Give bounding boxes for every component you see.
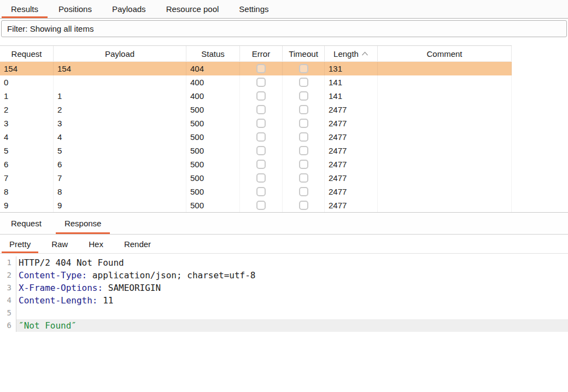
error-checkbox[interactable]: [256, 64, 266, 73]
status-cell: 404: [186, 62, 240, 75]
table-row[interactable]: 335002477: [0, 116, 512, 130]
tab-settings[interactable]: Settings: [230, 0, 278, 18]
timeout-checkbox[interactable]: [299, 105, 308, 114]
timeout-checkbox[interactable]: [299, 187, 308, 196]
payload-cell: [54, 75, 186, 89]
error-checkbox[interactable]: [256, 78, 266, 87]
error-checkbox[interactable]: [256, 105, 266, 114]
column-header-payload[interactable]: Payload: [54, 46, 186, 61]
column-header-label: Error: [252, 49, 270, 58]
view-tab-pretty[interactable]: Pretty: [2, 235, 38, 253]
timeout-cell: [283, 116, 325, 130]
code-line: 4Content-Length: 11: [0, 294, 568, 307]
error-checkbox[interactable]: [256, 132, 266, 142]
intruder-attack-window: ResultsPositionsPayloadsResource poolSet…: [0, 0, 568, 332]
error-cell: [240, 198, 283, 212]
tab-resource-pool[interactable]: Resource pool: [157, 0, 229, 18]
code-line: 6″Not Found″: [0, 319, 568, 332]
timeout-checkbox[interactable]: [299, 201, 308, 210]
error-checkbox[interactable]: [256, 173, 266, 183]
error-cell: [240, 75, 283, 89]
table-row[interactable]: 0400141: [0, 75, 512, 89]
timeout-checkbox[interactable]: [299, 64, 308, 73]
status-cell: 500: [186, 198, 240, 212]
status-cell: 500: [186, 130, 240, 144]
code-line-content: HTTP/2 404 Not Found: [16, 256, 568, 269]
timeout-checkbox[interactable]: [299, 160, 308, 169]
view-tab-hex[interactable]: Hex: [81, 235, 111, 253]
timeout-cell: [283, 198, 325, 212]
tab-positions[interactable]: Positions: [49, 0, 101, 18]
request-cell: 2: [0, 103, 54, 116]
code-line: 2Content-Type: application/json; charset…: [0, 269, 568, 282]
error-cell: [240, 130, 283, 144]
main-tab-bar: ResultsPositionsPayloadsResource poolSet…: [0, 0, 568, 19]
column-header-timeout[interactable]: Timeout: [283, 46, 325, 61]
line-number: 1: [0, 256, 16, 269]
error-checkbox[interactable]: [256, 160, 266, 169]
column-header-label: Length: [333, 49, 359, 58]
table-row[interactable]: 154154404131: [0, 62, 512, 75]
tab-response[interactable]: Response: [56, 213, 110, 234]
column-header-length[interactable]: Length: [325, 46, 378, 61]
length-cell: 2477: [325, 157, 378, 171]
comment-cell: [378, 89, 512, 103]
timeout-checkbox[interactable]: [299, 146, 308, 155]
column-header-error[interactable]: Error: [240, 46, 283, 61]
table-row[interactable]: 555002477: [0, 144, 512, 157]
status-cell: 400: [186, 89, 240, 103]
tab-label: Hex: [89, 239, 103, 249]
error-checkbox[interactable]: [256, 91, 266, 101]
length-cell: 131: [325, 62, 378, 75]
error-cell: [240, 185, 283, 198]
tab-request[interactable]: Request: [2, 213, 50, 234]
error-checkbox[interactable]: [256, 119, 266, 128]
table-row[interactable]: 885002477: [0, 185, 512, 198]
table-row[interactable]: 225002477: [0, 103, 512, 116]
timeout-cell: [283, 89, 325, 103]
status-cell: 500: [186, 116, 240, 130]
comment-cell: [378, 103, 512, 116]
code-line-content: X-Frame-Options: SAMEORIGIN: [16, 282, 568, 294]
view-tab-render[interactable]: Render: [116, 235, 159, 253]
column-header-request[interactable]: Request: [0, 46, 54, 61]
timeout-checkbox[interactable]: [299, 173, 308, 183]
request-cell: 4: [0, 130, 54, 144]
timeout-checkbox[interactable]: [299, 119, 308, 128]
filter-bar[interactable]: Filter: Showing all items: [1, 20, 567, 37]
column-header-status[interactable]: Status: [186, 46, 240, 61]
request-cell: 154: [0, 62, 54, 75]
table-row[interactable]: 665002477: [0, 157, 512, 171]
timeout-cell: [283, 185, 325, 198]
length-cell: 2477: [325, 198, 378, 212]
table-row[interactable]: 775002477: [0, 171, 512, 185]
timeout-checkbox[interactable]: [299, 132, 308, 142]
payload-cell: 8: [54, 185, 186, 198]
tab-results[interactable]: Results: [2, 0, 48, 18]
error-checkbox[interactable]: [256, 146, 266, 155]
timeout-checkbox[interactable]: [299, 91, 308, 101]
error-cell: [240, 62, 283, 75]
table-row[interactable]: 995002477: [0, 198, 512, 212]
tab-payloads[interactable]: Payloads: [103, 0, 155, 18]
response-editor[interactable]: 1HTTP/2 404 Not Found2Content-Type: appl…: [0, 254, 568, 332]
error-checkbox[interactable]: [256, 187, 266, 196]
tab-label: Render: [124, 239, 151, 249]
column-header-comment[interactable]: Comment: [378, 46, 512, 61]
timeout-cell: [283, 171, 325, 185]
sort-ascending-icon: [361, 51, 368, 56]
view-tab-raw[interactable]: Raw: [44, 235, 75, 253]
error-cell: [240, 116, 283, 130]
timeout-checkbox[interactable]: [299, 78, 308, 87]
status-cell: 500: [186, 171, 240, 185]
request-cell: 8: [0, 185, 54, 198]
request-cell: 6: [0, 157, 54, 171]
column-header-label: Payload: [105, 49, 134, 58]
tab-label: Positions: [58, 4, 92, 14]
error-checkbox[interactable]: [256, 201, 266, 210]
code-line-content: Content-Type: application/json; charset=…: [16, 269, 568, 282]
tab-label: Raw: [51, 239, 68, 249]
table-row[interactable]: 11400141: [0, 89, 512, 103]
table-row[interactable]: 445002477: [0, 130, 512, 144]
request-cell: 5: [0, 144, 54, 157]
